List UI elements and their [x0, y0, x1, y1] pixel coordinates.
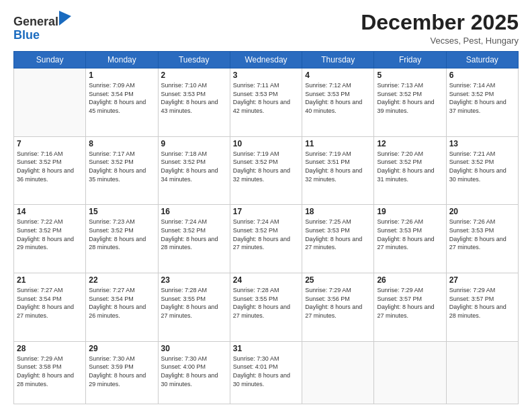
day-header-monday: Monday [86, 52, 158, 68]
days-header-row: SundayMondayTuesdayWednesdayThursdayFrid… [14, 52, 519, 68]
day-number: 28 [17, 344, 83, 353]
calendar-cell: 19Sunrise: 7:26 AMSunset: 3:53 PMDayligh… [374, 205, 446, 273]
day-number: 12 [377, 139, 443, 148]
calendar-cell [374, 341, 446, 404]
cell-info: Sunrise: 7:25 AMSunset: 3:53 PMDaylight:… [305, 218, 371, 251]
calendar-cell [446, 341, 518, 404]
calendar-cell [302, 341, 374, 404]
day-number: 20 [449, 207, 515, 216]
week-row-2: 14Sunrise: 7:22 AMSunset: 3:52 PMDayligh… [14, 205, 519, 273]
cell-info: Sunrise: 7:30 AMSunset: 3:59 PMDaylight:… [89, 355, 154, 388]
day-number: 27 [449, 275, 515, 285]
cell-info: Sunrise: 7:30 AMSunset: 4:01 PMDaylight:… [233, 355, 299, 388]
day-number: 13 [449, 139, 515, 148]
day-number: 21 [17, 275, 83, 285]
calendar-cell: 17Sunrise: 7:24 AMSunset: 3:52 PMDayligh… [230, 205, 302, 273]
cell-info: Sunrise: 7:24 AMSunset: 3:52 PMDaylight:… [161, 218, 227, 251]
cell-info: Sunrise: 7:13 AMSunset: 3:52 PMDaylight:… [377, 81, 443, 115]
logo-icon [59, 11, 71, 26]
cell-info: Sunrise: 7:28 AMSunset: 3:55 PMDaylight:… [233, 286, 299, 320]
day-number: 29 [89, 344, 154, 353]
logo: General Blue [13, 11, 71, 42]
day-header-friday: Friday [374, 52, 446, 68]
week-row-0: 1Sunrise: 7:09 AMSunset: 3:54 PMDaylight… [14, 68, 519, 137]
calendar-cell: 28Sunrise: 7:29 AMSunset: 3:58 PMDayligh… [14, 341, 86, 404]
cell-info: Sunrise: 7:16 AMSunset: 3:52 PMDaylight:… [17, 150, 83, 183]
day-number: 17 [233, 207, 299, 216]
calendar-cell: 27Sunrise: 7:29 AMSunset: 3:57 PMDayligh… [446, 273, 518, 342]
calendar-cell: 21Sunrise: 7:27 AMSunset: 3:54 PMDayligh… [14, 273, 86, 342]
cell-info: Sunrise: 7:29 AMSunset: 3:57 PMDaylight:… [377, 286, 443, 320]
day-number: 14 [17, 207, 83, 216]
week-row-4: 28Sunrise: 7:29 AMSunset: 3:58 PMDayligh… [14, 341, 519, 404]
cell-info: Sunrise: 7:19 AMSunset: 3:52 PMDaylight:… [233, 150, 299, 183]
cell-info: Sunrise: 7:14 AMSunset: 3:52 PMDaylight:… [449, 81, 515, 115]
cell-info: Sunrise: 7:17 AMSunset: 3:52 PMDaylight:… [89, 150, 154, 183]
calendar-cell: 25Sunrise: 7:29 AMSunset: 3:56 PMDayligh… [302, 273, 374, 342]
calendar-cell [14, 68, 86, 137]
day-number: 10 [233, 139, 299, 148]
calendar-cell: 29Sunrise: 7:30 AMSunset: 3:59 PMDayligh… [86, 341, 158, 404]
calendar-cell: 20Sunrise: 7:26 AMSunset: 3:53 PMDayligh… [446, 205, 518, 273]
calendar-cell: 9Sunrise: 7:18 AMSunset: 3:52 PMDaylight… [158, 136, 230, 205]
day-number: 4 [305, 71, 371, 80]
svg-marker-0 [59, 11, 71, 26]
cell-info: Sunrise: 7:23 AMSunset: 3:52 PMDaylight:… [89, 218, 154, 251]
day-number: 8 [89, 139, 154, 148]
day-number: 9 [161, 139, 227, 148]
day-number: 23 [161, 275, 227, 285]
calendar-cell: 30Sunrise: 7:30 AMSunset: 4:00 PMDayligh… [158, 341, 230, 404]
cell-info: Sunrise: 7:24 AMSunset: 3:52 PMDaylight:… [233, 218, 299, 251]
cell-info: Sunrise: 7:30 AMSunset: 4:00 PMDaylight:… [161, 355, 227, 388]
calendar-table: SundayMondayTuesdayWednesdayThursdayFrid… [13, 51, 519, 404]
calendar-cell: 24Sunrise: 7:28 AMSunset: 3:55 PMDayligh… [230, 273, 302, 342]
calendar-cell: 13Sunrise: 7:21 AMSunset: 3:52 PMDayligh… [446, 136, 518, 205]
cell-info: Sunrise: 7:27 AMSunset: 3:54 PMDaylight:… [17, 286, 83, 320]
calendar-cell: 10Sunrise: 7:19 AMSunset: 3:52 PMDayligh… [230, 136, 302, 205]
cell-info: Sunrise: 7:10 AMSunset: 3:53 PMDaylight:… [161, 81, 227, 115]
calendar-cell: 18Sunrise: 7:25 AMSunset: 3:53 PMDayligh… [302, 205, 374, 273]
calendar-cell: 4Sunrise: 7:12 AMSunset: 3:53 PMDaylight… [302, 68, 374, 137]
cell-info: Sunrise: 7:26 AMSunset: 3:53 PMDaylight:… [449, 218, 515, 251]
day-number: 6 [449, 71, 515, 80]
day-number: 3 [233, 71, 299, 80]
calendar-cell: 14Sunrise: 7:22 AMSunset: 3:52 PMDayligh… [14, 205, 86, 273]
day-number: 24 [233, 275, 299, 285]
cell-info: Sunrise: 7:19 AMSunset: 3:51 PMDaylight:… [305, 150, 371, 183]
day-number: 1 [89, 71, 154, 80]
header: General Blue December 2025 Vecses, Pest,… [13, 11, 519, 46]
cell-info: Sunrise: 7:29 AMSunset: 3:56 PMDaylight:… [305, 286, 371, 320]
cell-info: Sunrise: 7:29 AMSunset: 3:58 PMDaylight:… [17, 355, 83, 388]
logo-general: General [13, 15, 58, 28]
cell-info: Sunrise: 7:22 AMSunset: 3:52 PMDaylight:… [17, 218, 83, 251]
calendar-cell: 7Sunrise: 7:16 AMSunset: 3:52 PMDaylight… [14, 136, 86, 205]
cell-info: Sunrise: 7:28 AMSunset: 3:55 PMDaylight:… [161, 286, 227, 320]
day-header-saturday: Saturday [446, 52, 518, 68]
calendar-cell: 3Sunrise: 7:11 AMSunset: 3:53 PMDaylight… [230, 68, 302, 137]
day-number: 11 [305, 139, 371, 148]
page: General Blue December 2025 Vecses, Pest,… [0, 0, 532, 411]
cell-info: Sunrise: 7:12 AMSunset: 3:53 PMDaylight:… [305, 81, 371, 115]
logo-blue: Blue [13, 28, 40, 42]
calendar-cell: 1Sunrise: 7:09 AMSunset: 3:54 PMDaylight… [86, 68, 158, 137]
calendar-cell: 6Sunrise: 7:14 AMSunset: 3:52 PMDaylight… [446, 68, 518, 137]
cell-info: Sunrise: 7:27 AMSunset: 3:54 PMDaylight:… [89, 286, 154, 320]
calendar-cell: 12Sunrise: 7:20 AMSunset: 3:52 PMDayligh… [374, 136, 446, 205]
calendar-cell: 15Sunrise: 7:23 AMSunset: 3:52 PMDayligh… [86, 205, 158, 273]
day-number: 18 [305, 207, 371, 216]
calendar-cell: 8Sunrise: 7:17 AMSunset: 3:52 PMDaylight… [86, 136, 158, 205]
month-title: December 2025 [361, 11, 519, 34]
week-row-1: 7Sunrise: 7:16 AMSunset: 3:52 PMDaylight… [14, 136, 519, 205]
calendar-cell: 16Sunrise: 7:24 AMSunset: 3:52 PMDayligh… [158, 205, 230, 273]
location-subtitle: Vecses, Pest, Hungary [361, 36, 519, 46]
day-number: 26 [377, 275, 443, 285]
cell-info: Sunrise: 7:26 AMSunset: 3:53 PMDaylight:… [377, 218, 443, 251]
day-header-tuesday: Tuesday [158, 52, 230, 68]
calendar-cell: 2Sunrise: 7:10 AMSunset: 3:53 PMDaylight… [158, 68, 230, 137]
day-number: 19 [377, 207, 443, 216]
cell-info: Sunrise: 7:18 AMSunset: 3:52 PMDaylight:… [161, 150, 227, 183]
cell-info: Sunrise: 7:29 AMSunset: 3:57 PMDaylight:… [449, 286, 515, 320]
day-number: 7 [17, 139, 83, 148]
day-header-wednesday: Wednesday [230, 52, 302, 68]
cell-info: Sunrise: 7:21 AMSunset: 3:52 PMDaylight:… [449, 150, 515, 183]
